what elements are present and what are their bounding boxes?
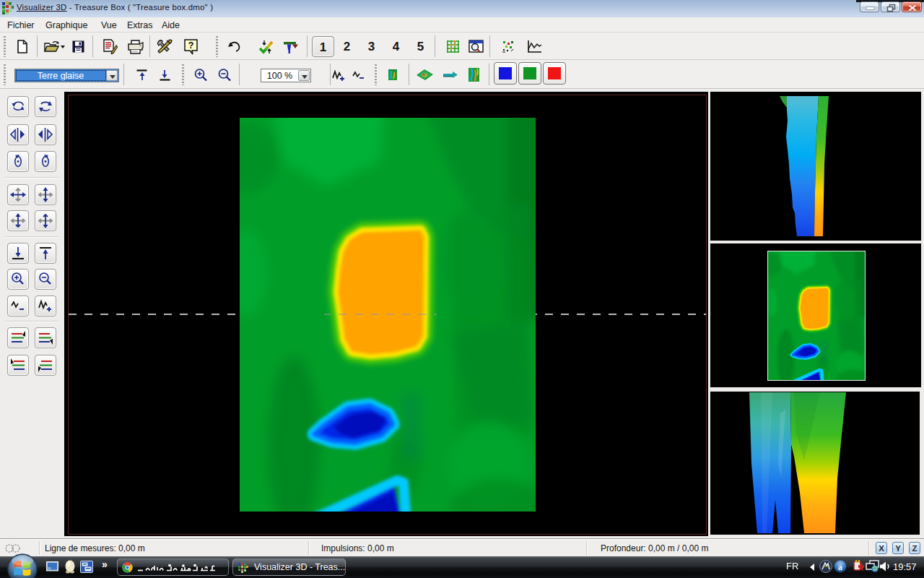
svg-text:?: ? (188, 40, 194, 51)
svg-text:a: a (838, 562, 842, 572)
